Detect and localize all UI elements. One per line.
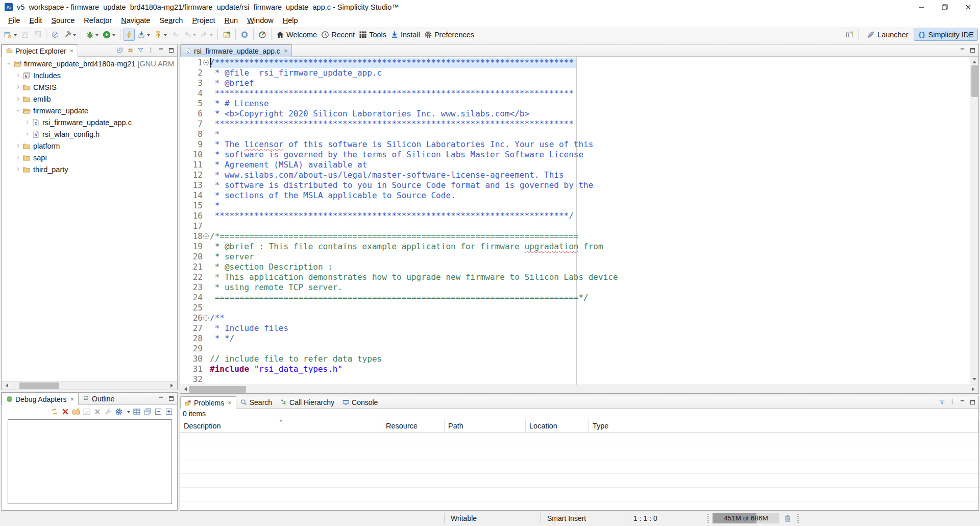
view-menu-button[interactable] xyxy=(148,47,154,54)
chevron-right-icon[interactable] xyxy=(14,155,22,160)
menu-window[interactable]: Window xyxy=(242,15,278,26)
scroll-up-icon[interactable] xyxy=(970,57,979,65)
debug-button[interactable] xyxy=(84,29,100,41)
tab-search[interactable]: Search xyxy=(236,396,276,408)
menu-project[interactable]: Project xyxy=(187,15,219,26)
close-icon[interactable]: × xyxy=(228,399,232,406)
run-garbage-collector-button[interactable] xyxy=(781,513,794,524)
energy-gauge-button[interactable] xyxy=(257,29,268,41)
tab-problems[interactable]: Problems× xyxy=(180,396,236,409)
window-restore-button[interactable] xyxy=(933,0,957,14)
column-header-description[interactable]: Description^ xyxy=(180,419,382,432)
table-row[interactable] xyxy=(180,488,978,501)
table-row[interactable] xyxy=(180,433,978,446)
chevron-right-icon[interactable] xyxy=(14,73,22,78)
tab-console[interactable]: Console xyxy=(338,396,382,408)
tree-item-rsi-firmware-update-app-c[interactable]: crsi_firmware_update_app.c xyxy=(2,116,177,128)
build-button[interactable] xyxy=(62,29,78,41)
view-menu-button[interactable] xyxy=(949,399,955,405)
chevron-down-icon[interactable] xyxy=(127,411,130,415)
open-perspective-button[interactable] xyxy=(844,29,855,41)
profile-upload-button[interactable] xyxy=(153,29,168,41)
collapse-all-button[interactable] xyxy=(117,47,124,54)
install-button[interactable]: Install xyxy=(389,29,422,41)
maximize-button[interactable] xyxy=(168,47,175,54)
adapter-wrench-button[interactable] xyxy=(104,408,112,416)
view-table-button[interactable] xyxy=(133,408,141,416)
close-icon[interactable]: × xyxy=(70,47,74,54)
close-icon[interactable]: × xyxy=(70,396,74,402)
scroll-right-icon[interactable] xyxy=(970,385,978,394)
flash-programmer-button[interactable] xyxy=(124,29,135,41)
scroll-left-icon[interactable] xyxy=(2,381,10,390)
recent-button[interactable]: Recent xyxy=(320,29,356,41)
chevron-down-icon[interactable] xyxy=(147,34,150,38)
debug-download-button[interactable] xyxy=(136,29,152,41)
chevron-right-icon[interactable] xyxy=(14,96,22,102)
adapter-refresh-button[interactable] xyxy=(51,408,59,416)
tab-editor-file[interactable]: c rsi_firmware_update_app.c × xyxy=(180,44,292,57)
tree-item-platform[interactable]: platform xyxy=(2,140,177,152)
tab-debug-adapters[interactable]: Debug Adapters× xyxy=(2,393,79,405)
perspective-launcher-button[interactable]: Launcher xyxy=(863,29,912,41)
debug-adapters-list[interactable] xyxy=(8,419,172,504)
tab-outline[interactable]: Outline xyxy=(79,393,118,404)
chevron-right-icon[interactable] xyxy=(14,166,22,172)
chevron-down-icon[interactable] xyxy=(193,34,196,38)
chevron-right-icon[interactable] xyxy=(23,119,32,125)
preferences-button[interactable]: Preferences xyxy=(423,29,476,41)
chevron-down-icon[interactable] xyxy=(73,34,76,38)
chevron-right-icon[interactable] xyxy=(14,143,22,149)
menu-refactor[interactable]: Refactor xyxy=(79,15,116,26)
scroll-right-icon[interactable] xyxy=(168,381,177,390)
minimize-button[interactable] xyxy=(158,395,164,402)
editor-vscrollbar[interactable] xyxy=(970,57,978,385)
window-close-button[interactable] xyxy=(957,0,980,14)
tree-item-includes[interactable]: hIncludes xyxy=(2,69,177,81)
tab-call-hierarchy[interactable]: Call Hierarchy xyxy=(276,396,338,408)
save-all-button[interactable] xyxy=(32,29,43,41)
chevron-right-icon[interactable] xyxy=(23,131,32,137)
tree-item-rsi-wlan-config-h[interactable]: hrsi_wlan_config.h xyxy=(2,128,177,140)
adapter-delete-button[interactable] xyxy=(93,408,102,416)
expand-all2-button[interactable] xyxy=(165,408,173,416)
menu-file[interactable]: File xyxy=(4,15,24,26)
window-minimize-button[interactable] xyxy=(910,0,933,14)
welcome-button[interactable]: Welcome xyxy=(275,29,318,41)
menu-edit[interactable]: Edit xyxy=(24,15,46,26)
maximize-button[interactable] xyxy=(168,395,175,402)
fold-collapse-icon[interactable]: − xyxy=(203,313,210,323)
adapter-gear-button[interactable] xyxy=(115,408,123,416)
fold-collapse-icon[interactable]: − xyxy=(203,58,210,68)
minimize-icon[interactable] xyxy=(959,47,966,54)
tree-item-cmsis[interactable]: CMSIS xyxy=(2,81,177,93)
table-row[interactable] xyxy=(180,460,978,474)
menu-source[interactable]: Source xyxy=(46,15,79,26)
tree-item-firmware-update[interactable]: firmware_update xyxy=(2,105,177,116)
project-explorer-hscrollbar[interactable] xyxy=(2,381,177,390)
tools-button[interactable]: Tools xyxy=(357,29,388,41)
tree-item-third-party[interactable]: third_party xyxy=(2,163,177,175)
table-row[interactable] xyxy=(180,474,978,488)
chevron-down-icon[interactable] xyxy=(164,34,167,38)
tree-item-emlib[interactable]: emlib xyxy=(2,93,177,105)
minimize-button[interactable] xyxy=(959,399,966,405)
new-wizard-button[interactable] xyxy=(3,29,18,41)
table-row[interactable] xyxy=(180,501,978,510)
scroll-down-icon[interactable] xyxy=(970,376,979,385)
scrollbar-thumb[interactable] xyxy=(971,65,978,97)
last-edit-location-button[interactable] xyxy=(169,29,181,41)
back-history-button[interactable] xyxy=(182,29,198,41)
chevron-down-icon[interactable] xyxy=(112,34,115,38)
adapter-new-group-button[interactable] xyxy=(72,408,80,416)
pin-note-button[interactable] xyxy=(221,29,232,41)
menu-search[interactable]: Search xyxy=(155,15,187,26)
skip-all-breakpoints-button[interactable] xyxy=(50,29,61,41)
device-chip-button[interactable] xyxy=(239,29,250,41)
funnel-button[interactable] xyxy=(137,47,144,54)
code-editor[interactable]: 1−/*************************************… xyxy=(180,57,970,385)
problems-table-body[interactable] xyxy=(180,433,978,510)
collapse-all2-button[interactable] xyxy=(154,408,162,416)
scroll-left-icon[interactable] xyxy=(180,385,189,394)
link-editor-button[interactable] xyxy=(127,47,134,54)
